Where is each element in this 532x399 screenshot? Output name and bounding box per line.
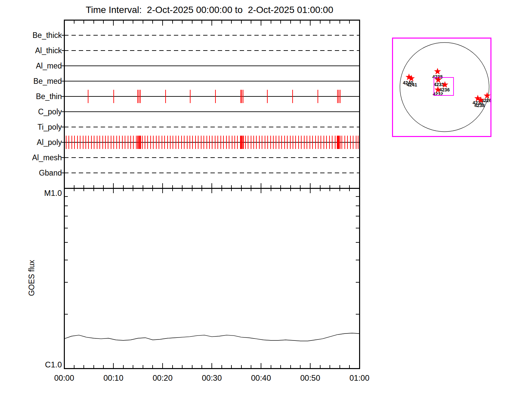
plot-canvas <box>0 0 532 399</box>
goes-panel-frame <box>64 188 359 368</box>
xrt-goes-timeline-screen: { "title": "Time Interval: 2-Oct-2025 00… <box>0 0 532 399</box>
solar-map-frame <box>392 38 491 136</box>
active-region-star-4226 <box>484 92 491 99</box>
active-region-star-4236 <box>442 81 449 88</box>
active-region-star-4232 <box>435 86 442 93</box>
solar-limb-circle <box>400 43 489 132</box>
goes-flux-curve <box>64 333 359 341</box>
timeline-panel-frame <box>64 20 359 188</box>
active-region-star-4235 <box>434 68 441 74</box>
